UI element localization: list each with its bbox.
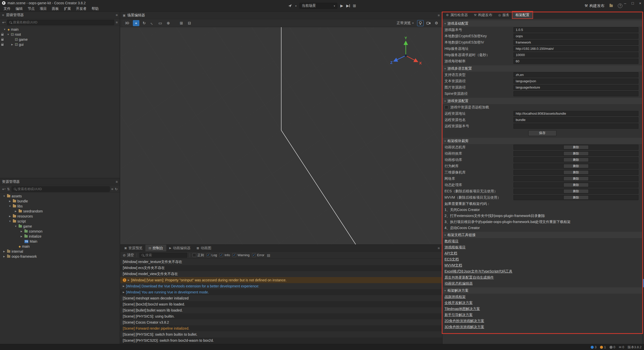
asset-folder-bundle[interactable]: ▶ bundle — [0, 199, 120, 204]
tab-service[interactable]: ◎ 服务 — [495, 12, 512, 18]
expand-arrow-icon[interactable]: ▼ — [7, 33, 10, 36]
hierarchy-menu-icon[interactable]: ≡ — [116, 13, 118, 17]
console-menu-icon[interactable]: ≡ — [438, 246, 440, 250]
tab-asset-preview[interactable]: ▣ 资源预览 — [121, 245, 145, 251]
log-line-warning[interactable]: ! ▶ [Window] [Vue warn]: Property "onInp… — [120, 277, 442, 283]
tab-framework-config[interactable]: 框架配置 — [512, 12, 533, 18]
log-line[interactable]: [Scene] [PHYSICS]: using builtin. — [120, 313, 442, 319]
scale-tool-icon[interactable]: ↔ — [148, 19, 156, 27]
collapse-arrow-icon[interactable]: ▶ — [20, 230, 23, 233]
texture-path-input[interactable] — [513, 85, 638, 90]
asset-file-main-scene[interactable]: ◆ main — [0, 244, 120, 249]
snap-grid-icon[interactable]: ⊞ — [178, 20, 185, 26]
asset-folder-oops-framework[interactable]: ▶ oops-framework — [0, 254, 120, 259]
collapse-arrow-icon[interactable]: ▶ — [8, 215, 12, 217]
asset-folder-internal[interactable]: ▶ internal — [0, 249, 120, 254]
remote-version-input[interactable] — [513, 123, 638, 129]
filter-warning-checkbox[interactable]: Warning — [232, 253, 250, 257]
lock-icon[interactable] — [1, 39, 4, 41]
assets-search-box[interactable] — [12, 186, 110, 192]
tab-build-publish[interactable]: ⚒ 构建发布 — [471, 12, 495, 18]
create-node-button[interactable]: +▾ — [2, 20, 6, 24]
filter-error-checkbox[interactable]: Error — [252, 253, 264, 257]
section-language-config[interactable]: ▾ 游戏多语言配置 — [442, 65, 642, 72]
sort-assets-icon[interactable]: ⇅ — [7, 187, 10, 191]
menu-developer[interactable]: 开发者 — [73, 7, 89, 11]
menu-edit[interactable]: 编辑 — [13, 7, 25, 11]
expand-arrow-icon[interactable]: ▼ — [14, 225, 17, 228]
solution-link-tiledmap[interactable]: Tiledmap地图解决方案 — [442, 306, 642, 312]
scene-viewport[interactable]: Y X Z — [120, 27, 442, 244]
log-line[interactable]: [Scene] [PHYSICS]: switch from builtin t… — [120, 331, 442, 337]
scene-menu-icon[interactable]: ≡ — [438, 13, 440, 17]
game-version-input[interactable] — [513, 27, 638, 32]
collapse-arrow-icon[interactable]: ▶ — [3, 250, 6, 253]
solution-link-strategy[interactable]: 战旗游戏框架 — [442, 294, 642, 300]
log-line[interactable]: [Window] model_view文件夹不存在 — [120, 271, 442, 277]
asset-folder-common[interactable]: ▶ common — [0, 229, 120, 234]
open-folder-icon[interactable] — [610, 5, 613, 7]
asset-folder-resources[interactable]: ▶ resources — [0, 214, 120, 219]
lock-icon[interactable] — [1, 34, 4, 36]
doc-link-excel-tool[interactable]: Excel格式转Json文件与TypeScript代码工具 — [442, 268, 642, 274]
menu-project[interactable]: 项目 — [37, 7, 49, 11]
assets-filter-icon[interactable]: ≡ — [111, 187, 113, 191]
doc-link-ecs[interactable]: ECS文档 — [442, 256, 642, 262]
clear-console-button[interactable]: ⊘ 清空 — [123, 253, 134, 257]
menu-extension[interactable]: 扩展 — [61, 7, 73, 11]
inspector-scrollbar[interactable] — [642, 19, 644, 344]
preview-target-caret-icon[interactable]: ▾ — [295, 5, 297, 7]
doc-link-template[interactable]: 游戏模板项目 — [442, 244, 642, 250]
error-count-badge[interactable]: 0 — [610, 345, 615, 349]
build-publish-button[interactable]: ⚒ 构建发布 — [585, 4, 605, 8]
hierarchy-search-box[interactable] — [7, 20, 114, 25]
layout-grid-icon[interactable]: ⊞ — [353, 4, 356, 8]
delete-button[interactable]: 删除 — [564, 170, 589, 174]
maximize-button[interactable]: □ — [629, 0, 636, 6]
minimize-button[interactable]: – — [621, 0, 629, 6]
hierarchy-search-input[interactable] — [13, 20, 112, 24]
expand-arrow-icon[interactable]: ▼ — [8, 205, 12, 207]
crypto-key-input[interactable] — [513, 33, 638, 39]
remote-bundle-input[interactable] — [513, 117, 638, 122]
expand-arrow-icon[interactable]: ▼ — [3, 28, 6, 31]
create-asset-button[interactable]: +▾ — [2, 187, 6, 191]
http-timeout-input[interactable] — [513, 52, 638, 58]
filter-log-checkbox[interactable]: Log — [207, 253, 217, 257]
delete-button[interactable]: 删除 — [564, 195, 589, 200]
delete-button[interactable]: 删除 — [564, 164, 589, 168]
log-count-badge[interactable]: 3 — [591, 345, 596, 349]
delete-button[interactable]: 删除 — [564, 158, 589, 162]
log-line[interactable]: ▶ [Window] You are running Vue in develo… — [120, 289, 442, 295]
remote-address-input[interactable] — [513, 111, 638, 116]
log-line[interactable]: [Scene] [box2d]:box2d wasm lib loaded. — [120, 301, 442, 307]
asset-folder-script[interactable]: ▼ script — [0, 219, 120, 224]
tab-animation-editor[interactable]: ▶ 动画编辑器 — [166, 245, 193, 251]
section-module-trim[interactable]: ▾ 框架模块裁剪 — [442, 138, 642, 144]
hierarchy-node-game[interactable]: game — [0, 37, 120, 42]
hierarchy-filter-icon[interactable]: ≡ — [116, 20, 118, 24]
step-button[interactable]: ▶ — [346, 4, 350, 8]
asset-folder-libs[interactable]: ▼ libs — [0, 204, 120, 209]
language-types-input[interactable] — [513, 72, 638, 77]
asset-folder-initialize[interactable]: ▶ initialize — [0, 234, 120, 239]
menu-node[interactable]: 节点 — [25, 7, 37, 11]
asset-folder-assets[interactable]: ▼ assets — [0, 194, 120, 199]
hierarchy-node-root[interactable]: ▼ root — [0, 32, 120, 37]
collapse-arrow-icon[interactable]: ▶ — [3, 255, 6, 258]
solution-link-3drpg[interactable]: 3D角色扮演游戏解决方案 — [442, 324, 642, 330]
delete-button[interactable]: 删除 — [564, 145, 589, 149]
regex-checkbox[interactable]: 正则 — [192, 253, 204, 257]
asset-file-main-ts[interactable]: TS Main — [0, 239, 120, 244]
save-button[interactable]: 保存 — [528, 130, 556, 136]
collapse-arrow-icon[interactable]: ▶ — [14, 210, 17, 212]
scene-select[interactable]: 当前场景 ▾ — [300, 3, 337, 9]
expand-log-icon[interactable]: ▶ — [123, 285, 125, 287]
delete-button[interactable]: 删除 — [564, 151, 589, 156]
section-doc-links[interactable]: ▾ 框架文档工具链接 — [442, 232, 642, 238]
snap-toggle-icon[interactable]: ⊟ — [186, 20, 193, 26]
scene-editor-tab[interactable]: 场景编辑器 — [127, 13, 145, 18]
collapse-arrow-icon[interactable]: ▶ — [8, 200, 12, 202]
solution-link-2drpg[interactable]: 2D角色扮演游戏解决方案 — [442, 318, 642, 324]
mode-3d-toggle[interactable]: 3D — [123, 20, 131, 26]
